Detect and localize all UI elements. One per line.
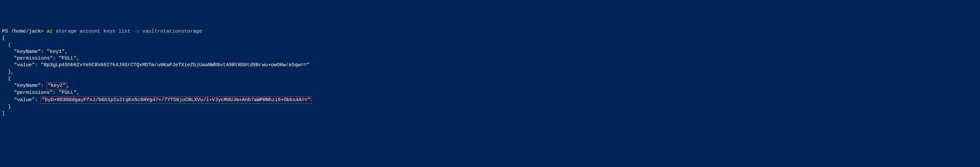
cmd-text-1: storage account keys list [53, 29, 134, 34]
obj2-close: } [2, 104, 11, 110]
obj1-close: }, [2, 69, 14, 75]
obj1-keyname: "keyName": "key1", [2, 49, 68, 55]
obj1-value: "value": "Rp3gLp4Shb6ZvYehC8VA927k4JXGrC… [2, 62, 310, 68]
cmd-flag: -n [134, 29, 139, 34]
cmd-text-2: vaultrotationstorage [139, 29, 202, 34]
cmd-az: az [47, 29, 53, 34]
obj2-keyname-post: , [67, 83, 70, 88]
obj1-permissions: "permissions": "FULL", [2, 56, 80, 61]
prompt-line[interactable]: PS /home/jack> az storage account keys l… [2, 29, 202, 34]
prompt-path: /home/jack [11, 29, 41, 34]
terminal-output: PS /home/jack> az storage account keys l… [2, 28, 978, 117]
prompt-sep: > [41, 29, 47, 34]
obj1-open: { [2, 42, 11, 48]
highlight-key2: "key2" [47, 82, 67, 90]
obj2-keyname-pre: "keyName": [2, 83, 47, 88]
obj2-open: { [2, 76, 11, 82]
obj2-permissions: "permissions": "FULL", [2, 90, 80, 95]
json-open: [ [2, 35, 5, 41]
prompt-ps: PS [2, 29, 11, 34]
highlight-value2: "byD+6D3GGdgayFfxJ/bGh1pIuItqKx5c6HVg47+… [41, 96, 312, 104]
json-close: ] [2, 111, 5, 116]
obj2-value-pre: "value": [2, 97, 41, 103]
